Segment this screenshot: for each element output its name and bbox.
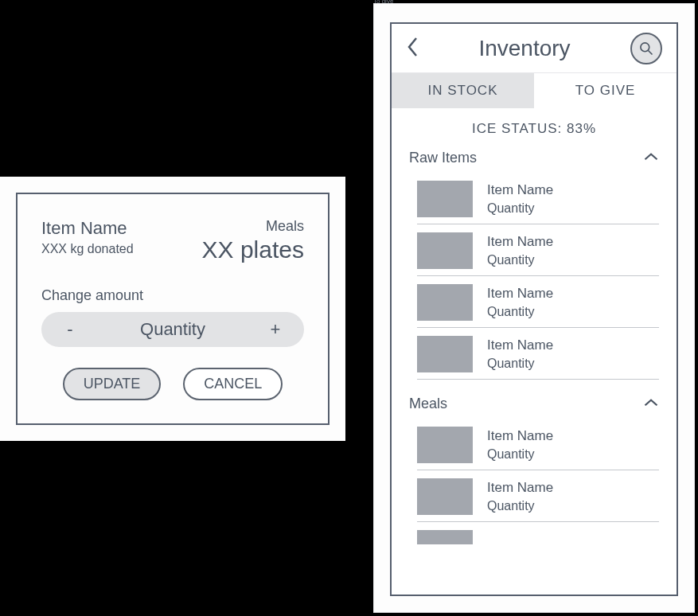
section-meals-title: Meals (409, 396, 447, 412)
item-quantity: Quantity (487, 499, 553, 513)
item-thumbnail (417, 478, 473, 515)
item-name: Item Name (487, 337, 553, 353)
list-item[interactable] (417, 522, 659, 544)
list-item[interactable]: Item Name Quantity (417, 470, 659, 522)
phone-header: Inventory (392, 24, 677, 73)
edit-card-container: Item Name XXX kg donated Meals XX plates… (0, 177, 345, 441)
cancel-button[interactable]: CANCEL (183, 368, 283, 400)
ice-status: ICE STATUS: 83% (392, 108, 677, 145)
edit-item-name: Item Name (41, 218, 134, 239)
item-name: Item Name (487, 428, 553, 444)
quantity-stepper[interactable]: - Quantity + (41, 312, 304, 347)
search-icon (638, 41, 654, 57)
section-meals[interactable]: Meals (409, 391, 659, 419)
phone-frame: Inventory IN STOCK TO GIVE ICE STATUS: 8… (373, 3, 695, 613)
chevron-left-icon (406, 36, 419, 58)
section-raw-items[interactable]: Raw Items (409, 145, 659, 173)
update-button[interactable]: UPDATE (63, 368, 162, 400)
item-thumbnail (417, 336, 473, 372)
section-raw-items-title: Raw Items (409, 150, 477, 166)
item-quantity: Quantity (487, 357, 553, 371)
item-name: Item Name (487, 480, 553, 496)
phone-screen: Inventory IN STOCK TO GIVE ICE STATUS: 8… (390, 22, 678, 596)
list-item[interactable]: Item Name Quantity (417, 173, 659, 224)
change-amount-label: Change amount (41, 287, 304, 304)
tab-in-stock[interactable]: IN STOCK (392, 73, 534, 108)
item-name: Item Name (487, 234, 553, 250)
item-thumbnail (417, 232, 473, 269)
item-thumbnail (417, 530, 473, 544)
svg-point-0 (641, 42, 649, 51)
item-name: Item Name (487, 182, 553, 198)
svg-line-1 (648, 50, 652, 54)
list-item[interactable]: Item Name Quantity (417, 419, 659, 470)
edit-card: Item Name XXX kg donated Meals XX plates… (16, 193, 330, 425)
chevron-up-icon (643, 150, 659, 166)
list-item[interactable]: Item Name Quantity (417, 328, 659, 380)
item-thumbnail (417, 284, 473, 321)
phone-tabs: IN STOCK TO GIVE (392, 73, 677, 108)
item-quantity: Quantity (487, 305, 553, 319)
item-quantity: Quantity (487, 447, 553, 462)
decrease-button[interactable]: - (62, 319, 78, 340)
edit-meals-label: Meals (202, 218, 304, 235)
edit-plates: XX plates (202, 236, 304, 263)
item-thumbnail (417, 427, 473, 463)
item-name: Item Name (487, 286, 553, 302)
item-thumbnail (417, 181, 473, 217)
tab-to-give[interactable]: TO GIVE (534, 73, 677, 108)
back-button[interactable] (406, 36, 419, 61)
edit-donated: XXX kg donated (41, 242, 134, 256)
increase-button[interactable]: + (267, 319, 283, 340)
search-button[interactable] (630, 33, 662, 64)
page-title: Inventory (478, 36, 570, 61)
item-quantity: Quantity (487, 201, 553, 216)
list-item[interactable]: Item Name Quantity (417, 224, 659, 276)
quantity-value: Quantity (140, 319, 205, 340)
item-quantity: Quantity (487, 253, 553, 267)
list-item[interactable]: Item Name Quantity (417, 276, 659, 328)
chevron-up-icon (643, 396, 659, 412)
